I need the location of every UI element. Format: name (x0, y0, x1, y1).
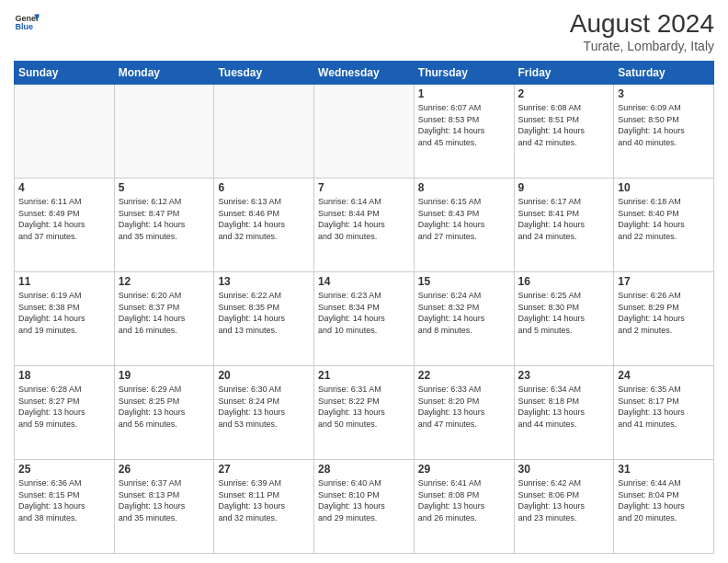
day-number: 1 (418, 87, 510, 100)
day-number: 25 (18, 463, 110, 476)
page-subtitle: Turate, Lombardy, Italy (570, 39, 714, 53)
calendar-cell: 7Sunrise: 6:14 AM Sunset: 8:44 PM Daylig… (314, 178, 415, 272)
day-number: 19 (119, 369, 210, 382)
day-number: 4 (18, 181, 110, 194)
calendar-cell: 17Sunrise: 6:26 AM Sunset: 8:29 PM Dayli… (614, 272, 714, 366)
day-number: 12 (119, 275, 210, 288)
day-number: 15 (418, 275, 510, 288)
calendar-cell: 19Sunrise: 6:29 AM Sunset: 8:25 PM Dayli… (114, 366, 214, 460)
col-saturday: Saturday (614, 62, 714, 85)
calendar-cell: 1Sunrise: 6:07 AM Sunset: 8:53 PM Daylig… (414, 85, 514, 178)
day-info: Sunrise: 6:36 AM Sunset: 8:15 PM Dayligh… (18, 477, 110, 523)
day-info: Sunrise: 6:20 AM Sunset: 8:37 PM Dayligh… (119, 290, 210, 336)
page-title: August 2024 (570, 9, 714, 39)
calendar-header-row: Sunday Monday Tuesday Wednesday Thursday… (15, 62, 714, 85)
calendar-cell: 26Sunrise: 6:37 AM Sunset: 8:13 PM Dayli… (114, 460, 214, 554)
day-number: 18 (18, 369, 110, 382)
col-monday: Monday (114, 62, 214, 85)
title-block: August 2024 Turate, Lombardy, Italy (570, 9, 714, 53)
day-number: 14 (318, 275, 410, 288)
logo-icon: General Blue (14, 9, 40, 35)
day-number: 24 (618, 369, 710, 382)
day-info: Sunrise: 6:26 AM Sunset: 8:29 PM Dayligh… (618, 290, 710, 336)
day-number: 17 (618, 275, 710, 288)
day-info: Sunrise: 6:28 AM Sunset: 8:27 PM Dayligh… (18, 384, 110, 430)
day-number: 21 (318, 369, 410, 382)
day-number: 7 (318, 181, 410, 194)
day-info: Sunrise: 6:37 AM Sunset: 8:13 PM Dayligh… (119, 477, 210, 523)
col-friday: Friday (514, 62, 614, 85)
calendar-cell: 3Sunrise: 6:09 AM Sunset: 8:50 PM Daylig… (614, 85, 714, 178)
day-info: Sunrise: 6:42 AM Sunset: 8:06 PM Dayligh… (518, 477, 610, 523)
day-info: Sunrise: 6:29 AM Sunset: 8:25 PM Dayligh… (119, 384, 210, 430)
day-info: Sunrise: 6:15 AM Sunset: 8:43 PM Dayligh… (418, 196, 510, 242)
day-info: Sunrise: 6:13 AM Sunset: 8:46 PM Dayligh… (218, 196, 310, 242)
day-number: 28 (318, 463, 410, 476)
day-number: 13 (218, 275, 310, 288)
calendar-cell: 15Sunrise: 6:24 AM Sunset: 8:32 PM Dayli… (414, 272, 514, 366)
day-info: Sunrise: 6:41 AM Sunset: 8:08 PM Dayligh… (418, 477, 510, 523)
page-header: General Blue August 2024 Turate, Lombard… (14, 9, 714, 53)
calendar-cell: 18Sunrise: 6:28 AM Sunset: 8:27 PM Dayli… (15, 366, 115, 460)
logo: General Blue (14, 9, 40, 35)
day-info: Sunrise: 6:22 AM Sunset: 8:35 PM Dayligh… (218, 290, 310, 336)
day-number: 10 (618, 181, 710, 194)
calendar-week-2: 4Sunrise: 6:11 AM Sunset: 8:49 PM Daylig… (15, 178, 714, 272)
col-sunday: Sunday (15, 62, 115, 85)
calendar-week-4: 18Sunrise: 6:28 AM Sunset: 8:27 PM Dayli… (15, 366, 714, 460)
calendar-cell: 30Sunrise: 6:42 AM Sunset: 8:06 PM Dayli… (514, 460, 614, 554)
day-info: Sunrise: 6:07 AM Sunset: 8:53 PM Dayligh… (418, 102, 510, 148)
day-number: 29 (418, 463, 510, 476)
day-info: Sunrise: 6:14 AM Sunset: 8:44 PM Dayligh… (318, 196, 410, 242)
day-number: 16 (518, 275, 610, 288)
day-info: Sunrise: 6:09 AM Sunset: 8:50 PM Dayligh… (618, 102, 710, 148)
day-info: Sunrise: 6:33 AM Sunset: 8:20 PM Dayligh… (418, 384, 510, 430)
day-info: Sunrise: 6:08 AM Sunset: 8:51 PM Dayligh… (518, 102, 610, 148)
calendar-cell (314, 85, 415, 178)
day-info: Sunrise: 6:44 AM Sunset: 8:04 PM Dayligh… (618, 477, 710, 523)
calendar-cell: 27Sunrise: 6:39 AM Sunset: 8:11 PM Dayli… (214, 460, 314, 554)
day-number: 8 (418, 181, 510, 194)
calendar-cell: 22Sunrise: 6:33 AM Sunset: 8:20 PM Dayli… (414, 366, 514, 460)
day-info: Sunrise: 6:34 AM Sunset: 8:18 PM Dayligh… (518, 384, 610, 430)
day-number: 23 (518, 369, 610, 382)
calendar-cell: 13Sunrise: 6:22 AM Sunset: 8:35 PM Dayli… (214, 272, 314, 366)
calendar-cell: 14Sunrise: 6:23 AM Sunset: 8:34 PM Dayli… (314, 272, 415, 366)
calendar-cell: 6Sunrise: 6:13 AM Sunset: 8:46 PM Daylig… (214, 178, 314, 272)
svg-text:Blue: Blue (15, 22, 33, 31)
day-info: Sunrise: 6:24 AM Sunset: 8:32 PM Dayligh… (418, 290, 510, 336)
day-number: 30 (518, 463, 610, 476)
calendar-cell: 16Sunrise: 6:25 AM Sunset: 8:30 PM Dayli… (514, 272, 614, 366)
calendar-cell: 9Sunrise: 6:17 AM Sunset: 8:41 PM Daylig… (514, 178, 614, 272)
day-number: 22 (418, 369, 510, 382)
calendar-week-3: 11Sunrise: 6:19 AM Sunset: 8:38 PM Dayli… (15, 272, 714, 366)
day-info: Sunrise: 6:31 AM Sunset: 8:22 PM Dayligh… (318, 384, 410, 430)
day-info: Sunrise: 6:18 AM Sunset: 8:40 PM Dayligh… (618, 196, 710, 242)
day-number: 26 (119, 463, 210, 476)
calendar-week-1: 1Sunrise: 6:07 AM Sunset: 8:53 PM Daylig… (15, 85, 714, 178)
calendar-cell: 28Sunrise: 6:40 AM Sunset: 8:10 PM Dayli… (314, 460, 415, 554)
day-info: Sunrise: 6:39 AM Sunset: 8:11 PM Dayligh… (218, 477, 310, 523)
day-number: 27 (218, 463, 310, 476)
day-info: Sunrise: 6:17 AM Sunset: 8:41 PM Dayligh… (518, 196, 610, 242)
day-number: 5 (119, 181, 210, 194)
col-wednesday: Wednesday (314, 62, 415, 85)
calendar-cell: 2Sunrise: 6:08 AM Sunset: 8:51 PM Daylig… (514, 85, 614, 178)
calendar-cell: 23Sunrise: 6:34 AM Sunset: 8:18 PM Dayli… (514, 366, 614, 460)
calendar-table: Sunday Monday Tuesday Wednesday Thursday… (14, 61, 714, 554)
day-info: Sunrise: 6:12 AM Sunset: 8:47 PM Dayligh… (119, 196, 210, 242)
day-number: 9 (518, 181, 610, 194)
day-number: 6 (218, 181, 310, 194)
calendar-cell: 21Sunrise: 6:31 AM Sunset: 8:22 PM Dayli… (314, 366, 415, 460)
day-info: Sunrise: 6:30 AM Sunset: 8:24 PM Dayligh… (218, 384, 310, 430)
calendar-week-5: 25Sunrise: 6:36 AM Sunset: 8:15 PM Dayli… (15, 460, 714, 554)
day-number: 20 (218, 369, 310, 382)
col-tuesday: Tuesday (214, 62, 314, 85)
day-info: Sunrise: 6:35 AM Sunset: 8:17 PM Dayligh… (618, 384, 710, 430)
day-info: Sunrise: 6:40 AM Sunset: 8:10 PM Dayligh… (318, 477, 410, 523)
day-number: 3 (618, 87, 710, 100)
calendar-cell: 4Sunrise: 6:11 AM Sunset: 8:49 PM Daylig… (15, 178, 115, 272)
calendar-cell: 5Sunrise: 6:12 AM Sunset: 8:47 PM Daylig… (114, 178, 214, 272)
day-number: 11 (18, 275, 110, 288)
day-info: Sunrise: 6:19 AM Sunset: 8:38 PM Dayligh… (18, 290, 110, 336)
